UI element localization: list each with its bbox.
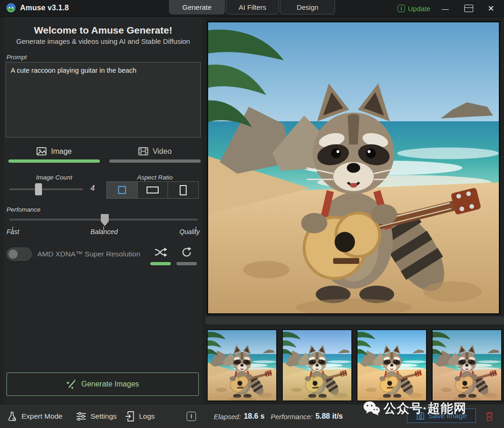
shuffle-prompt-control[interactable] — [149, 247, 172, 265]
update-label: Update — [408, 5, 430, 13]
settings-icon — [76, 411, 87, 422]
mode-video-label: Video — [153, 147, 172, 156]
logs-icon — [125, 411, 135, 422]
mode-image-active-indicator — [8, 159, 100, 163]
mode-video-inactive-indicator — [109, 159, 201, 163]
super-resolution-label: AMD XDNA™ Super Resolution — [37, 250, 140, 258]
aspect-ratio-label: Aspect Ratio — [109, 174, 201, 181]
performance-tick-label-quality: Quality — [158, 228, 200, 235]
square-ratio-icon — [118, 186, 126, 194]
close-icon: ✕ — [488, 4, 494, 14]
aspect-option-landscape[interactable] — [138, 182, 168, 198]
tab-ai-filters[interactable]: AI Filters — [226, 0, 279, 14]
update-button[interactable]: i Update — [398, 3, 430, 14]
tab-design[interactable]: Design — [280, 0, 335, 14]
image-count-label: Image Count — [8, 174, 100, 181]
logs-label: Logs — [139, 412, 155, 421]
portrait-ratio-icon — [180, 185, 187, 195]
tab-generate[interactable]: Generate — [169, 0, 225, 14]
generate-images-button[interactable]: Generate Images — [7, 373, 199, 396]
welcome-subtitle: Generate images & videos using AI and St… — [4, 37, 203, 45]
video-icon — [138, 147, 148, 156]
amuse-window: Amuse v3.1.8 Generate AI Filters Design … — [0, 0, 504, 428]
thumbnail-1[interactable] — [207, 329, 277, 401]
image-count-slider-thumb[interactable] — [35, 183, 42, 195]
prompt-input[interactable]: A cute raccoon playing guitar in the bea… — [6, 62, 201, 138]
performance-label: Perfomance — [7, 206, 41, 213]
app-brand: Amuse v3.1.8 — [6, 2, 69, 13]
refresh-inactive-indicator — [176, 262, 197, 265]
thumbnail-4[interactable] — [432, 329, 502, 401]
performance-tick-label-balanced: Balanced — [74, 228, 134, 235]
elapsed-label: Elapsed: — [214, 413, 241, 421]
landscape-ratio-icon — [147, 186, 159, 193]
info-icon: i — [187, 412, 196, 421]
refresh-control[interactable] — [175, 247, 198, 265]
expert-mode-label: Expert Mode — [21, 412, 63, 421]
amuse-logo-icon — [6, 2, 16, 13]
prompt-label: Prompt — [7, 54, 27, 61]
super-resolution-toggle[interactable] — [7, 248, 32, 261]
toggle-knob — [8, 249, 18, 259]
thumbnail-2[interactable] — [282, 329, 352, 401]
shuffle-icon — [154, 247, 167, 258]
image-count-value: 4 — [91, 184, 95, 193]
logs-button[interactable]: Logs — [125, 404, 155, 428]
title-bar: Amuse v3.1.8 Generate AI Filters Design … — [0, 0, 504, 17]
trash-delete-icon — [485, 411, 494, 421]
performance-status-value: 5.88 it/s — [315, 412, 343, 421]
welcome-title: Welcome to Amuse Generate! — [4, 25, 203, 36]
expert-mode-button[interactable]: Expert Mode — [7, 404, 63, 428]
maximize-button[interactable] — [460, 1, 477, 15]
expert-mode-icon — [7, 411, 18, 422]
minimize-icon: — — [442, 5, 449, 13]
elapsed-value: 18.6 s — [244, 412, 264, 421]
generate-panel: Welcome to Amuse Generate! Generate imag… — [4, 17, 203, 403]
main-generated-image[interactable] — [207, 21, 500, 315]
generate-images-label: Generate Images — [81, 380, 139, 388]
shuffle-active-indicator — [150, 262, 171, 265]
performance-status: Performance: 5.88 it/s — [271, 404, 343, 428]
maximize-icon — [464, 5, 473, 12]
close-button[interactable]: ✕ — [483, 1, 499, 15]
performance-status-label: Performance: — [271, 413, 313, 421]
performance-slider[interactable] — [9, 219, 198, 221]
mode-tab-video[interactable]: Video — [109, 147, 201, 163]
magic-wand-icon — [66, 379, 77, 389]
thumbnail-3[interactable] — [357, 329, 427, 401]
aspect-option-square[interactable] — [107, 182, 138, 198]
update-info-icon: i — [398, 5, 405, 12]
app-title: Amuse v3.1.8 — [20, 4, 69, 12]
delete-image-button[interactable] — [483, 410, 496, 422]
performance-slider-thumb[interactable] — [101, 214, 109, 226]
info-button[interactable]: i — [187, 404, 196, 428]
save-image-label: Save Image — [428, 412, 467, 420]
settings-label: Settings — [91, 412, 117, 421]
aspect-ratio-group — [106, 181, 199, 199]
elapsed-status: Elapsed: 18.6 s — [214, 404, 265, 428]
settings-button[interactable]: Settings — [76, 404, 117, 428]
save-icon — [416, 412, 425, 420]
image-icon — [36, 147, 47, 156]
aspect-option-portrait[interactable] — [168, 182, 198, 198]
mode-image-label: Image — [51, 147, 71, 156]
image-count-slider[interactable] — [9, 188, 83, 190]
minimize-button[interactable]: — — [437, 1, 454, 15]
performance-tick-label-fast: Fast — [7, 228, 19, 235]
save-image-button[interactable]: Save Image — [407, 408, 476, 423]
gallery-scrollbar[interactable] — [205, 317, 504, 324]
refresh-icon — [181, 247, 192, 258]
mode-tab-image[interactable]: Image — [8, 147, 100, 163]
